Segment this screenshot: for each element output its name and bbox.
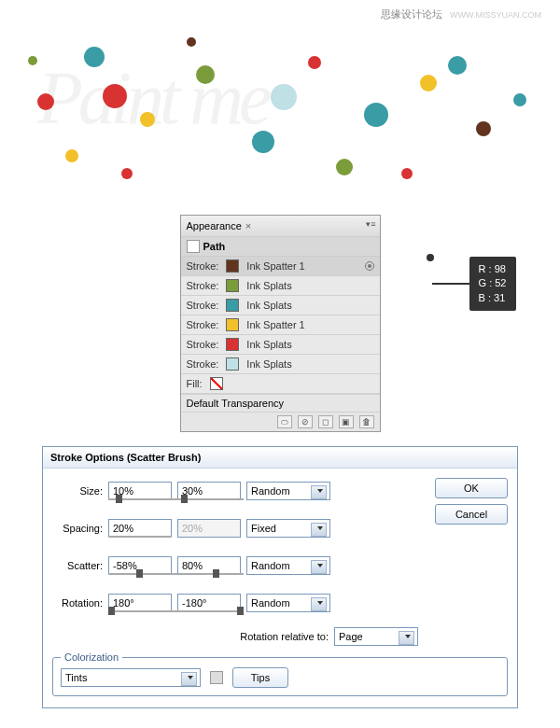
fill-row[interactable]: Fill: bbox=[181, 374, 380, 394]
stroke-options-dialog: Stroke Options (Scatter Brush) Size: Ran… bbox=[42, 446, 518, 708]
appearance-panel: Appearance × ▾≡ Path Stroke: Ink Spatter… bbox=[180, 215, 381, 432]
swatch-icon[interactable] bbox=[226, 338, 239, 351]
default-transparency[interactable]: Default Transparency bbox=[181, 394, 380, 413]
path-thumbnail bbox=[187, 240, 200, 253]
appearance-tab[interactable]: Appearance × bbox=[181, 216, 380, 236]
rgb-callout: R : 98 G : 52 B : 31 bbox=[432, 257, 516, 311]
colorization-fieldset: Colorization Tints Tips bbox=[52, 657, 508, 696]
rotation-slider[interactable] bbox=[108, 610, 244, 612]
path-header[interactable]: Path bbox=[181, 236, 380, 257]
swatch-icon[interactable] bbox=[226, 279, 239, 292]
swatch-icon[interactable] bbox=[226, 318, 239, 331]
size-mode-select[interactable]: Random bbox=[246, 482, 330, 500]
scatter-input-2[interactable] bbox=[177, 556, 241, 575]
stroke-row-4[interactable]: Stroke: Ink Splats bbox=[181, 335, 380, 355]
scatter-row: Scatter: Random bbox=[52, 553, 426, 579]
trash-icon[interactable]: 🗑 bbox=[359, 415, 374, 428]
stroke-row-5[interactable]: Stroke: Ink Splats bbox=[181, 355, 380, 374]
path-label: Path bbox=[203, 241, 226, 252]
rotation-mode-select[interactable]: Random bbox=[246, 594, 330, 612]
stroke-row-2[interactable]: Stroke: Ink Splats bbox=[181, 296, 380, 315]
panel-footer: ⬭ ⊘ ◻ ▣ 🗑 bbox=[181, 413, 380, 431]
dialog-title: Stroke Options (Scatter Brush) bbox=[43, 447, 517, 469]
spacing-mode-select[interactable]: Fixed bbox=[246, 519, 330, 538]
swatch-icon[interactable] bbox=[226, 299, 239, 312]
spacing-row: Spacing: Fixed bbox=[52, 515, 426, 541]
colorization-method-select[interactable]: Tints bbox=[61, 668, 201, 687]
target-icon[interactable] bbox=[365, 261, 374, 271]
rotation-input-2[interactable] bbox=[177, 594, 241, 612]
colorization-legend: Colorization bbox=[61, 651, 122, 663]
stroke-row-3[interactable]: Stroke: Ink Spatter 1 bbox=[181, 315, 380, 335]
spacing-slider[interactable] bbox=[108, 536, 172, 538]
rot-rel-select[interactable]: Page bbox=[334, 627, 418, 646]
link-icon[interactable]: ⬭ bbox=[277, 415, 292, 428]
appearance-tab-label: Appearance bbox=[187, 220, 242, 231]
rotation-input-1[interactable] bbox=[108, 594, 172, 612]
paint-text: Paint me bbox=[37, 56, 268, 141]
scatter-slider[interactable] bbox=[108, 573, 244, 575]
rotation-row: Rotation: Random bbox=[52, 590, 426, 616]
size-row: Size: Random bbox=[52, 478, 426, 504]
artwork-preview: Paint me bbox=[9, 19, 551, 205]
scatter-mode-select[interactable]: Random bbox=[246, 556, 330, 575]
close-icon[interactable]: × bbox=[245, 220, 251, 231]
rgb-values: R : 98 G : 52 B : 31 bbox=[469, 257, 516, 311]
cancel-button[interactable]: Cancel bbox=[435, 504, 508, 525]
swatch-icon[interactable] bbox=[226, 357, 239, 371]
tips-button[interactable]: Tips bbox=[232, 667, 288, 688]
new-icon[interactable]: ▣ bbox=[339, 415, 354, 428]
callout-line bbox=[432, 283, 469, 285]
size-slider[interactable] bbox=[108, 498, 244, 500]
none-fill-icon[interactable] bbox=[210, 377, 223, 390]
key-color-swatch bbox=[210, 671, 223, 684]
spacing-input-1[interactable] bbox=[108, 519, 172, 538]
stroke-row-1[interactable]: Stroke: Ink Splats bbox=[181, 276, 380, 296]
ok-button[interactable]: OK bbox=[435, 478, 508, 498]
stroke-row-0[interactable]: Stroke: Ink Spatter 1 bbox=[181, 257, 380, 276]
rot-rel-label: Rotation relative to: bbox=[240, 631, 329, 642]
no-icon[interactable]: ⊘ bbox=[298, 415, 313, 428]
duplicate-icon[interactable]: ◻ bbox=[318, 415, 333, 428]
swatch-icon[interactable] bbox=[226, 259, 239, 273]
spacing-input-2 bbox=[177, 519, 241, 538]
panel-menu-icon[interactable]: ▾≡ bbox=[366, 219, 375, 229]
